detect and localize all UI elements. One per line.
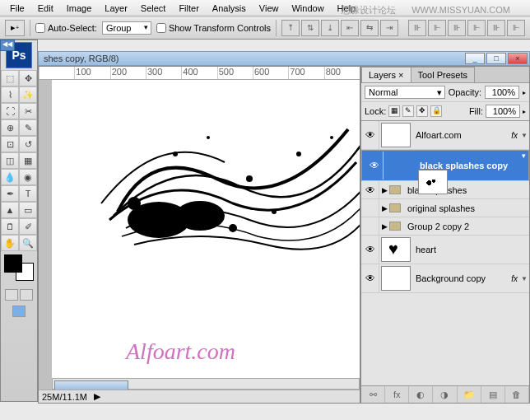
visibility-toggle[interactable]: 👁 [361, 236, 379, 264]
lock-pixels-icon[interactable]: ✎ [402, 105, 414, 117]
layer-group-icon[interactable]: 📁 [458, 386, 481, 403]
notes-tool[interactable]: 🗒 [1, 218, 19, 235]
zoom-tool[interactable]: 🔍 [19, 235, 37, 251]
dist-6-icon[interactable]: ⊩ [507, 20, 525, 36]
visibility-toggle[interactable] [361, 217, 379, 235]
type-tool[interactable]: T [19, 185, 37, 202]
layer-name[interactable]: Background copy [412, 273, 511, 283]
menu-analysis[interactable]: Analysis [206, 2, 253, 15]
link-layers-icon[interactable]: ⚯ [361, 386, 385, 403]
standard-mode-icon[interactable] [5, 289, 18, 301]
align-right-icon[interactable]: ⇥ [380, 20, 398, 36]
layer-row[interactable]: ▶Group 2 copy 2 [361, 217, 529, 236]
lock-transparency-icon[interactable]: ▦ [388, 105, 400, 117]
auto-select-check[interactable]: Auto-Select: [35, 23, 97, 33]
fx-expand-icon[interactable]: ▼ [521, 275, 529, 282]
opacity-arrow-icon[interactable]: ▸ [523, 89, 526, 96]
expand-arrow-icon[interactable]: ▶ [379, 222, 389, 231]
menu-view[interactable]: View [253, 2, 286, 15]
document-canvas[interactable]: Alfoart.com [52, 80, 360, 390]
visibility-toggle[interactable]: 👁 [361, 181, 379, 198]
eraser-tool[interactable]: ◫ [1, 152, 19, 169]
move-tool-indicator[interactable]: ▸+ [5, 20, 25, 36]
expand-arrow-icon[interactable]: ▶ [379, 204, 389, 212]
crop-tool[interactable]: ⛶ [1, 103, 19, 119]
layer-name[interactable]: Alfoart.com [412, 130, 511, 140]
layer-row[interactable]: 👁black splashes copy [361, 150, 529, 181]
dodge-tool[interactable]: ◉ [19, 169, 37, 185]
layer-thumbnail[interactable] [381, 123, 411, 147]
screen-mode-icon[interactable] [12, 306, 26, 317]
adjustment-layer-icon[interactable]: ◑ [433, 386, 457, 403]
expand-arrow-icon[interactable]: ▶ [379, 186, 389, 194]
dist-1-icon[interactable]: ⊪ [408, 20, 426, 36]
marquee-tool[interactable]: ⬚ [1, 70, 19, 86]
path-select-tool[interactable]: ▲ [1, 202, 19, 218]
menu-layer[interactable]: Layer [98, 2, 134, 15]
fg-color-swatch[interactable] [4, 254, 22, 273]
quickmask-mode-icon[interactable] [20, 289, 33, 301]
visibility-toggle[interactable]: 👁 [365, 152, 384, 180]
pen-tool[interactable]: ✒ [1, 185, 19, 202]
hand-tool[interactable]: ✋ [1, 235, 19, 251]
dist-3-icon[interactable]: ⊪ [448, 20, 466, 36]
eyedropper-tool[interactable]: ✐ [19, 218, 37, 235]
dist-4-icon[interactable]: ⊩ [467, 20, 486, 36]
brush-tool[interactable]: ✎ [19, 119, 37, 136]
opacity-input[interactable]: 100% [485, 86, 519, 99]
lasso-tool[interactable]: ⌇ [1, 86, 19, 103]
menu-file[interactable]: File [3, 2, 31, 15]
status-arrow-icon[interactable]: ▶ [94, 391, 100, 402]
layer-thumbnail[interactable] [381, 237, 411, 262]
menu-image[interactable]: Image [60, 2, 99, 15]
shape-tool[interactable]: ▭ [19, 202, 37, 218]
fx-badge[interactable]: fx [511, 274, 518, 283]
wand-tool[interactable]: ✨ [19, 86, 37, 103]
tab-tool-presets[interactable]: Tool Presets [411, 67, 476, 82]
panel-collapse-grip[interactable]: ◀◀ [0, 40, 15, 51]
layer-row[interactable]: 👁Background copyfx▼ [361, 264, 529, 293]
heal-tool[interactable]: ⊕ [1, 119, 19, 136]
stamp-tool[interactable]: ⊡ [1, 136, 19, 152]
align-hcenter-icon[interactable]: ⇆ [360, 20, 379, 36]
auto-select-dropdown[interactable]: Group [102, 21, 151, 35]
fx-expand-icon[interactable]: ▼ [521, 132, 529, 139]
menu-filter[interactable]: Filter [172, 2, 205, 15]
fx-badge[interactable]: fx [511, 131, 518, 140]
maximize-button[interactable]: □ [486, 53, 506, 64]
show-transform-check[interactable]: Show Transform Controls [156, 23, 271, 33]
fill-input[interactable]: 100% [486, 105, 520, 118]
menu-edit[interactable]: Edit [31, 2, 60, 15]
visibility-toggle[interactable]: 👁 [361, 264, 379, 292]
color-swatches[interactable] [4, 254, 34, 281]
align-bottom-icon[interactable]: ⤓ [321, 20, 339, 36]
lock-all-icon[interactable]: 🔒 [430, 105, 442, 117]
blend-mode-dropdown[interactable]: Normal [365, 86, 445, 99]
layer-row[interactable]: 👁Alfoart.comfx▼ [361, 121, 529, 150]
horizontal-ruler[interactable]: 100200300400500600700800 [39, 67, 360, 80]
delete-layer-icon[interactable]: 🗑 [505, 386, 529, 403]
layer-row[interactable]: 👁heart [361, 236, 529, 264]
new-layer-icon[interactable]: ▤ [481, 386, 505, 403]
layer-fx-icon[interactable]: fx [385, 386, 409, 403]
visibility-toggle[interactable]: 👁 [361, 121, 379, 149]
lock-position-icon[interactable]: ✥ [416, 105, 428, 117]
minimize-button[interactable]: _ [465, 53, 485, 64]
align-vcenter-icon[interactable]: ⇅ [301, 20, 319, 36]
align-top-icon[interactable]: ⤒ [281, 20, 300, 36]
dist-5-icon[interactable]: ⊪ [487, 20, 505, 36]
status-zoom[interactable]: 25M/11.1M [42, 392, 87, 402]
layer-thumbnail[interactable] [418, 170, 448, 194]
visibility-toggle[interactable] [361, 199, 379, 217]
fill-arrow-icon[interactable]: ▸ [523, 108, 526, 115]
gradient-tool[interactable]: ▦ [19, 152, 37, 169]
menu-window[interactable]: Window [285, 2, 330, 15]
layer-name[interactable]: Group 2 copy 2 [404, 222, 529, 231]
move-tool[interactable]: ✥ [19, 70, 37, 86]
history-brush-tool[interactable]: ↺ [19, 136, 37, 152]
layer-thumbnail[interactable] [381, 266, 411, 291]
layer-row[interactable]: ▶original splashes [361, 199, 529, 217]
tab-layers[interactable]: Layers × [361, 67, 411, 82]
dist-2-icon[interactable]: ⊩ [428, 20, 446, 36]
menu-select[interactable]: Select [134, 2, 173, 15]
